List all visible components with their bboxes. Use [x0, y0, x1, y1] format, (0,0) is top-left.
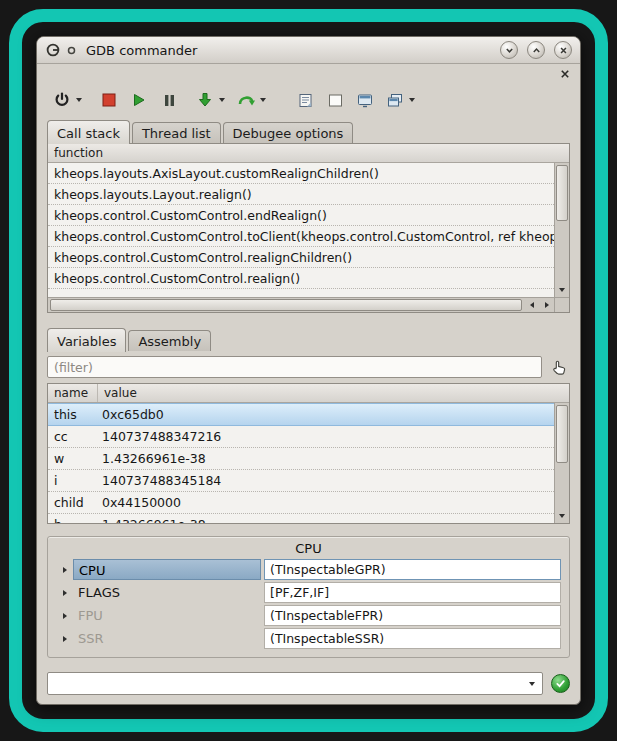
register-group-name[interactable]: FLAGS	[73, 582, 261, 603]
value-column-header[interactable]: value	[98, 384, 143, 402]
cpu-register-row[interactable]: FPU (TInspectableFPR)	[56, 604, 561, 627]
register-group-name[interactable]: SSR	[73, 628, 261, 649]
filter-input[interactable]	[47, 356, 542, 378]
callstack-row[interactable]: kheops.layouts.Layout.realign()	[48, 184, 554, 205]
log-button[interactable]	[294, 88, 316, 112]
run-button[interactable]	[128, 88, 150, 112]
power-dropdown-icon[interactable]	[73, 88, 84, 112]
window-menu-icon[interactable]	[67, 46, 76, 55]
tab-call-stack[interactable]: Call stack	[47, 120, 130, 144]
scroll-down-icon[interactable]	[555, 509, 569, 522]
callstack-row[interactable]: kheops.control.CustomControl.toClient(kh…	[48, 226, 554, 247]
watch-monitor-button[interactable]	[354, 88, 376, 112]
step-over-button[interactable]	[235, 88, 257, 112]
command-input[interactable]	[48, 673, 522, 694]
callstack-row[interactable]: kheops.control.CustomControl.endRealign(…	[48, 205, 554, 226]
callstack-horizontal-scrollbar[interactable]	[48, 297, 569, 312]
dock-header	[37, 64, 580, 84]
expander-icon[interactable]	[56, 613, 73, 619]
close-button[interactable]	[554, 41, 572, 59]
scrollbar-thumb[interactable]	[556, 165, 568, 221]
gdb-commander-window: GDB commander	[36, 36, 581, 705]
ok-button[interactable]	[551, 674, 570, 693]
debug-toolbar	[37, 84, 580, 118]
cpu-register-row[interactable]: SSR (TInspectableSSR)	[56, 627, 561, 650]
expander-icon[interactable]	[56, 567, 73, 573]
register-group-value[interactable]: (TInspectableSSR)	[264, 628, 561, 649]
minimize-button[interactable]	[500, 41, 518, 59]
titlebar[interactable]: GDB commander	[37, 37, 580, 64]
screens-dropdown-icon[interactable]	[406, 88, 417, 112]
name-column-header[interactable]: name	[48, 384, 98, 402]
tab-variables[interactable]: Variables	[47, 328, 126, 352]
variable-row[interactable]: this 0xc65db0	[48, 403, 554, 426]
dock-close-icon[interactable]	[560, 69, 570, 79]
register-group-value[interactable]: (TInspectableFPR)	[264, 605, 561, 626]
variable-row[interactable]: w 1.43266961e-38	[48, 448, 554, 470]
pointing-hand-icon[interactable]	[548, 356, 570, 378]
cpu-group-title: CPU	[56, 540, 561, 558]
register-group-name[interactable]: FPU	[73, 605, 261, 626]
register-group-value[interactable]: [PF,ZF,IF]	[264, 582, 561, 603]
variables-panel: name value this 0xc65db0 cc 140737488347…	[47, 383, 570, 524]
tab-debugee-options[interactable]: Debugee options	[223, 122, 354, 143]
screens-button[interactable]	[384, 88, 406, 112]
callstack-column-header[interactable]: function	[48, 144, 569, 163]
function-column-header[interactable]: function	[48, 144, 109, 162]
scrollbar-thumb[interactable]	[556, 405, 568, 463]
callstack-row[interactable]: kheops.layouts.AxisLayout.customRealignC…	[48, 163, 554, 184]
command-row	[47, 672, 570, 695]
cpu-register-row[interactable]: FLAGS [PF,ZF,IF]	[56, 581, 561, 604]
maximize-button[interactable]	[527, 41, 545, 59]
cpu-register-row[interactable]: CPU (TInspectableGPR)	[56, 558, 561, 581]
power-button[interactable]	[51, 88, 73, 112]
stack-tab-bar: Call stack Thread list Debugee options	[37, 118, 580, 143]
stop-button[interactable]	[98, 88, 120, 112]
scroll-right-icon[interactable]	[539, 298, 554, 312]
callstack-vertical-scrollbar[interactable]	[554, 163, 569, 297]
tab-assembly[interactable]: Assembly	[128, 330, 211, 351]
cpu-groupbox: CPU CPU (TInspectableGPR) FLAGS [PF,ZF,I…	[47, 536, 570, 658]
call-stack-panel: function kheops.layouts.AxisLayout.custo…	[47, 143, 570, 313]
list-button[interactable]	[324, 88, 346, 112]
variable-row[interactable]: b 1.43266961e-38	[48, 514, 554, 524]
callstack-rows: kheops.layouts.AxisLayout.customRealignC…	[48, 163, 554, 297]
variables-vertical-scrollbar[interactable]	[554, 403, 569, 523]
pause-button[interactable]	[158, 88, 180, 112]
combo-dropdown-icon[interactable]	[522, 682, 542, 686]
titlebar-buttons	[500, 41, 572, 59]
variable-row[interactable]: i 140737488345184	[48, 470, 554, 492]
variables-tab-bar: Variables Assembly	[37, 326, 580, 351]
scroll-left-icon[interactable]	[524, 298, 539, 312]
filter-row	[47, 356, 570, 378]
command-combobox[interactable]	[47, 672, 543, 695]
callstack-row[interactable]: kheops.control.CustomControl.realign()	[48, 268, 554, 289]
app-icon	[45, 42, 61, 58]
step-into-button[interactable]	[194, 88, 216, 112]
scrollbar-thumb[interactable]	[50, 299, 522, 311]
tab-thread-list[interactable]: Thread list	[132, 122, 221, 143]
register-group-name[interactable]: CPU	[73, 559, 261, 580]
variable-row[interactable]: child 0x44150000	[48, 492, 554, 514]
variables-column-header[interactable]: name value	[48, 384, 569, 403]
expander-icon[interactable]	[56, 590, 73, 596]
scrollbar-corner	[554, 298, 569, 312]
desktop-background: GDB commander	[0, 0, 617, 741]
register-group-value[interactable]: (TInspectableGPR)	[264, 559, 561, 580]
variable-row[interactable]: cc 140737488347216	[48, 426, 554, 448]
expander-icon[interactable]	[56, 636, 73, 642]
step-over-dropdown-icon[interactable]	[257, 88, 268, 112]
step-into-dropdown-icon[interactable]	[216, 88, 227, 112]
scroll-down-icon[interactable]	[555, 283, 569, 296]
window-title: GDB commander	[86, 43, 197, 58]
callstack-row[interactable]: kheops.control.CustomControl.realignChil…	[48, 247, 554, 268]
variables-rows: this 0xc65db0 cc 140737488347216 w 1.432…	[48, 403, 554, 523]
